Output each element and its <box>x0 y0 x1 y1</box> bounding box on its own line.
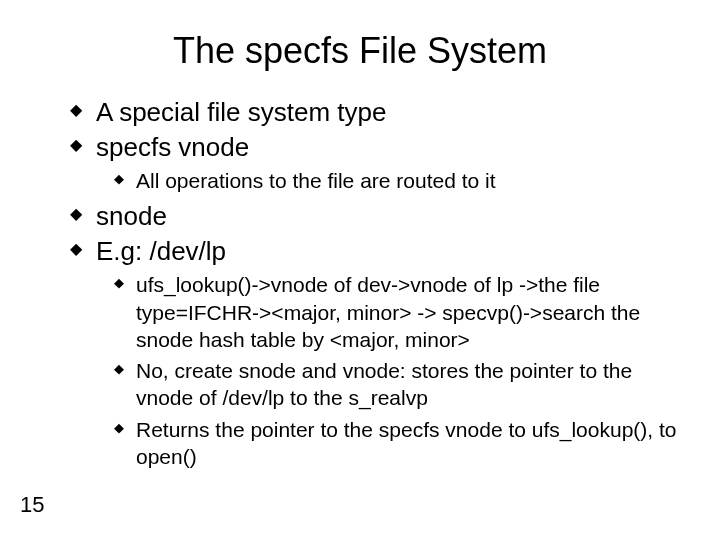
bullet-text: snode <box>96 201 167 231</box>
sub-bullet-text: All operations to the file are routed to… <box>136 169 496 192</box>
sub-bullet-text: Returns the pointer to the specfs vnode … <box>136 418 676 468</box>
sub-bullet-item: Returns the pointer to the specfs vnode … <box>114 416 680 471</box>
slide: The specfs File System A special file sy… <box>0 0 720 540</box>
sub-bullet-text: No, create snode and vnode: stores the p… <box>136 359 632 409</box>
sub-bullet-item: All operations to the file are routed to… <box>114 167 680 194</box>
sub-bullet-list: ufs_lookup()->vnode of dev->vnode of lp … <box>114 271 680 470</box>
page-number: 15 <box>20 492 44 518</box>
bullet-item: A special file system type <box>70 96 680 129</box>
sub-bullet-text: ufs_lookup()->vnode of dev->vnode of lp … <box>136 273 640 351</box>
bullet-item: E.g: /dev/lp ufs_lookup()->vnode of dev-… <box>70 235 680 471</box>
bullet-text: A special file system type <box>96 97 386 127</box>
sub-bullet-item: No, create snode and vnode: stores the p… <box>114 357 680 412</box>
bullet-list: A special file system type specfs vnode … <box>70 96 680 470</box>
sub-bullet-list: All operations to the file are routed to… <box>114 167 680 194</box>
bullet-text: E.g: /dev/lp <box>96 236 226 266</box>
sub-bullet-item: ufs_lookup()->vnode of dev->vnode of lp … <box>114 271 680 353</box>
bullet-text: specfs vnode <box>96 132 249 162</box>
bullet-item: snode <box>70 200 680 233</box>
bullet-item: specfs vnode All operations to the file … <box>70 131 680 195</box>
slide-title: The specfs File System <box>40 30 680 72</box>
